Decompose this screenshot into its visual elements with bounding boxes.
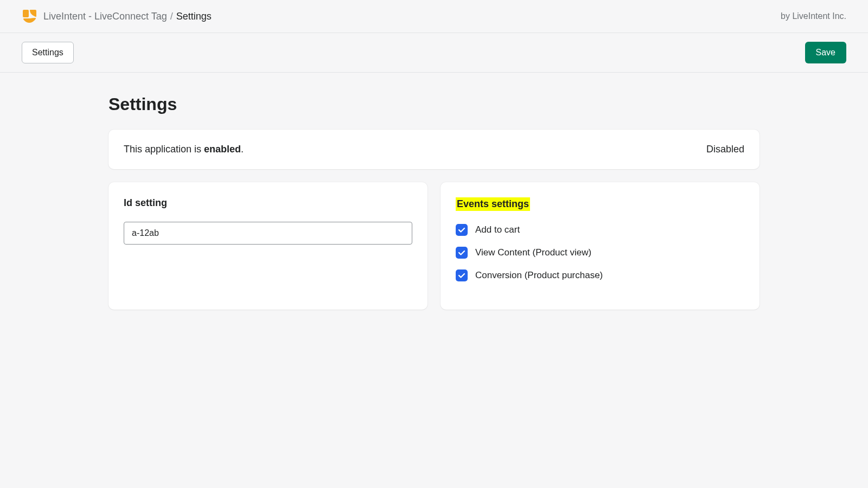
id-input[interactable]: [124, 222, 412, 245]
check-icon: [458, 226, 465, 234]
main-content: Settings This application is enabled. Di…: [108, 73, 760, 331]
events-checkbox-list: Add to cart View Content (Product view): [456, 224, 744, 281]
check-icon: [458, 249, 465, 256]
checkbox-add-to-cart[interactable]: [456, 224, 468, 236]
status-card: This application is enabled. Disabled: [108, 130, 760, 169]
status-state: enabled: [204, 144, 241, 155]
status-toggle[interactable]: Disabled: [706, 144, 744, 155]
liveintent-logo-icon: [22, 9, 37, 24]
checkbox-conversion[interactable]: [456, 269, 468, 281]
breadcrumb-current: Settings: [176, 11, 212, 22]
cards-row: Id setting Events settings Add to cart: [108, 182, 760, 310]
toolbar: Settings Save: [0, 33, 868, 73]
header-left: LiveIntent - LiveConnect Tag / Settings: [22, 9, 212, 24]
checkbox-item-add-to-cart: Add to cart: [456, 224, 744, 236]
events-settings-card: Events settings Add to cart: [441, 182, 760, 310]
checkbox-view-content[interactable]: [456, 247, 468, 259]
events-settings-title: Events settings: [456, 197, 530, 211]
app-header: LiveIntent - LiveConnect Tag / Settings …: [0, 0, 868, 33]
id-setting-card: Id setting: [108, 182, 427, 310]
status-text: This application is enabled.: [124, 144, 244, 155]
status-suffix: .: [241, 144, 244, 155]
by-line: by LiveIntent Inc.: [781, 11, 846, 21]
checkbox-item-view-content: View Content (Product view): [456, 247, 744, 259]
check-icon: [458, 272, 465, 279]
breadcrumb: LiveIntent - LiveConnect Tag / Settings: [43, 11, 212, 22]
page-title: Settings: [108, 94, 760, 114]
id-setting-title: Id setting: [124, 197, 412, 209]
checkbox-label: Add to cart: [475, 224, 520, 235]
breadcrumb-separator: /: [170, 11, 173, 22]
checkbox-item-conversion: Conversion (Product purchase): [456, 269, 744, 281]
checkbox-label: View Content (Product view): [475, 247, 591, 258]
settings-button[interactable]: Settings: [22, 42, 74, 63]
checkbox-label: Conversion (Product purchase): [475, 270, 603, 281]
status-prefix: This application is: [124, 144, 204, 155]
save-button[interactable]: Save: [805, 42, 846, 63]
breadcrumb-parent[interactable]: LiveIntent - LiveConnect Tag: [43, 11, 167, 22]
